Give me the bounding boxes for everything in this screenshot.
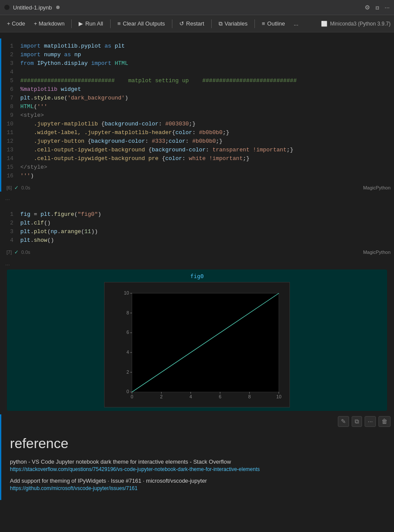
title-bar-left: Untitled-1.ipynb xyxy=(4,4,60,11)
plot-svg: 0 2 4 6 8 10 0 2 4 6 8 10 xyxy=(109,287,285,403)
reference-link-2[interactable]: https://github.com/microsoft/vscode-jupy… xyxy=(10,485,137,491)
notebook-toolbar: + Code + Markdown ▶ Run All ≡ Clear All … xyxy=(0,15,394,32)
reference-title-2: Add support for theming of IPyWidgets · … xyxy=(10,478,385,484)
kernel-info[interactable]: ⬜ Miniconda3 (Python 3.9.7) xyxy=(321,21,391,27)
reference-item-2: Add support for theming of IPyWidgets · … xyxy=(10,478,385,491)
reference-heading: reference xyxy=(10,436,385,452)
code-area-2: 1234 fig = plt.figure("fig0") plt.clf() … xyxy=(1,210,394,245)
svg-text:8: 8 xyxy=(127,310,129,315)
reference-item-1: python - VS Code Jupyter notebook dark t… xyxy=(10,458,385,472)
title-bar: Untitled-1.ipynb ⚙ ⧈ ··· xyxy=(0,0,394,15)
svg-text:8: 8 xyxy=(248,394,251,399)
code-cell-1[interactable]: 12345678910111213141516 import matplotli… xyxy=(0,38,394,192)
outline-button[interactable]: ≡ Outline xyxy=(258,19,289,29)
markdown-more-button[interactable]: ··· xyxy=(365,416,376,427)
more-icon[interactable]: ··· xyxy=(384,4,390,11)
svg-text:2: 2 xyxy=(160,394,162,399)
markdown-cell: ✎ ⧉ ··· 🗑 reference python - VS Code Jup… xyxy=(0,414,394,500)
cell-ellipsis[interactable]: ··· xyxy=(0,193,394,205)
svg-text:6: 6 xyxy=(127,330,129,335)
exec-time-2: 0.0s xyxy=(21,250,30,255)
restart-icon: ↺ xyxy=(179,20,184,27)
line-numbers-1: 12345678910111213141516 xyxy=(5,42,20,180)
markdown-content: reference python - VS Code Jupyter noteb… xyxy=(1,429,394,500)
svg-text:6: 6 xyxy=(219,394,221,399)
clear-icon: ≡ xyxy=(118,20,121,27)
toolbar-separator-5 xyxy=(254,19,255,28)
variables-button[interactable]: ⧉ Variables xyxy=(215,19,251,29)
split-cell-button[interactable]: ⧉ xyxy=(352,416,362,427)
run-all-button[interactable]: ▶ Run All xyxy=(75,19,106,29)
code-lines-2: fig = plt.figure("fig0") plt.clf() plt.p… xyxy=(20,210,391,245)
plot-title: fig0 xyxy=(10,273,384,279)
exec-time-1: 0.0s xyxy=(21,185,30,190)
cell-number-1: [6] xyxy=(6,185,12,190)
file-icon xyxy=(4,5,10,10)
svg-text:10: 10 xyxy=(124,290,129,295)
reference-title-1: python - VS Code Jupyter notebook dark t… xyxy=(10,458,385,465)
toolbar-more-button[interactable]: ... xyxy=(290,19,302,29)
run-icon: ▶ xyxy=(79,20,83,27)
code-area-1: 12345678910111213141516 import matplotli… xyxy=(1,42,394,180)
cell-number-2: [7] xyxy=(6,250,12,255)
check-icon-2: ✓ xyxy=(14,249,19,255)
toolbar-separator-2 xyxy=(110,19,111,28)
svg-text:0: 0 xyxy=(130,394,133,399)
cell-content-1: 12345678910111213141516 import matplotli… xyxy=(1,38,394,184)
check-icon-1: ✓ xyxy=(14,185,19,191)
cell-footer-left-2: [7] ✓ 0.0s xyxy=(6,249,30,255)
toolbar-separator-4 xyxy=(211,19,212,28)
add-markdown-button[interactable]: + Markdown xyxy=(30,19,68,29)
output-ellipsis[interactable]: ··· xyxy=(3,260,391,269)
code-lines-1: import matplotlib.pyplot as plt import n… xyxy=(20,42,391,180)
matplotlib-output: fig0 0 2 xyxy=(7,269,387,411)
plot-container: 0 2 4 6 8 10 0 2 4 6 8 10 xyxy=(104,282,290,407)
cell-output-area: ··· fig0 xyxy=(0,258,394,413)
dirty-indicator xyxy=(56,6,60,9)
layout-icon[interactable]: ⧈ xyxy=(375,4,379,11)
reference-link-1[interactable]: https://stackoverflow.com/questions/7542… xyxy=(10,466,260,472)
cell-footer-2: [7] ✓ 0.0s MagicPython xyxy=(1,248,394,256)
code-cell-2[interactable]: 1234 fig = plt.figure("fig0") plt.clf() … xyxy=(0,207,394,256)
add-code-button[interactable]: + Code xyxy=(3,19,29,29)
toolbar-separator-3 xyxy=(172,19,172,28)
outline-icon: ≡ xyxy=(262,20,265,27)
cell-footer-1: [6] ✓ 0.0s MagicPython xyxy=(1,184,394,192)
toolbar-separator-1 xyxy=(71,19,72,28)
cell-footer-left-1: [6] ✓ 0.0s xyxy=(6,185,30,191)
svg-text:2: 2 xyxy=(127,369,129,375)
notebook: 12345678910111213141516 import matplotli… xyxy=(0,32,394,506)
restart-button[interactable]: ↺ Restart xyxy=(176,19,208,29)
svg-text:4: 4 xyxy=(189,394,192,399)
edit-markdown-button[interactable]: ✎ xyxy=(338,416,349,427)
svg-text:10: 10 xyxy=(276,394,281,399)
line-numbers-2: 1234 xyxy=(5,210,20,245)
kernel-icon: ⬜ xyxy=(321,21,327,27)
title-bar-actions: ⚙ ⧈ ··· xyxy=(365,4,390,11)
svg-text:0: 0 xyxy=(127,389,129,394)
variables-icon: ⧉ xyxy=(219,20,222,27)
delete-cell-button[interactable]: 🗑 xyxy=(378,416,391,427)
cell-content-2: 1234 fig = plt.figure("fig0") plt.clf() … xyxy=(1,207,394,248)
lang-badge-1: MagicPython xyxy=(363,185,391,190)
clear-all-outputs-button[interactable]: ≡ Clear All Outputs xyxy=(114,19,168,29)
lang-badge-2: MagicPython xyxy=(363,250,391,255)
markdown-toolbar: ✎ ⧉ ··· 🗑 xyxy=(1,414,394,429)
gear-icon[interactable]: ⚙ xyxy=(365,4,370,11)
svg-text:4: 4 xyxy=(127,349,129,355)
file-title: Untitled-1.ipynb xyxy=(13,4,52,11)
